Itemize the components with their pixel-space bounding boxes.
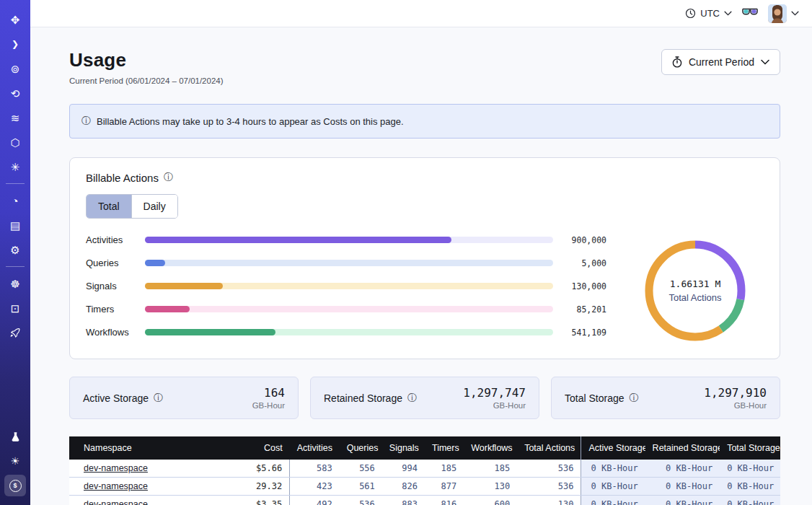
bar-row-timers: Timers 85,201 — [86, 304, 606, 315]
layers-icon[interactable]: ≋ — [4, 107, 26, 128]
active-storage-cell: 0 KB-Hour — [581, 460, 645, 478]
col-signals: Signals — [382, 436, 425, 460]
chevron-down-icon — [724, 11, 732, 16]
bar-label: Timers — [86, 304, 145, 315]
gauge-glyph: ◔ — [12, 196, 18, 206]
deployments-cube-icon[interactable]: ⬡ — [4, 131, 26, 153]
bar-label: Activities — [86, 234, 145, 245]
info-icon[interactable]: ⓘ — [164, 171, 173, 184]
timezone-selector[interactable]: UTC — [685, 8, 732, 19]
billable-actions-info-banner: ⓘ Billable Actions may take up to 3-4 ho… — [69, 104, 780, 139]
timezone-label: UTC — [700, 8, 720, 19]
namespace-link[interactable]: dev-namespace — [84, 463, 148, 473]
schedules-icon[interactable]: ⟲ — [4, 82, 26, 104]
namespace-cell: dev-namespace — [69, 478, 240, 496]
total-actions-value: 1.66131 M — [669, 278, 722, 289]
total-actions-cell: 536 — [517, 460, 581, 478]
retained-storage-cell: 0 KB-Hour — [645, 496, 720, 505]
signals-cell: 883 — [382, 496, 425, 505]
activities-cell: 423 — [290, 478, 340, 496]
sidebar-divider — [6, 266, 25, 267]
col-total-storage: Total Storage — [720, 436, 780, 460]
usage-billing-active-icon[interactable]: $ — [4, 475, 26, 496]
docs-monitor-icon[interactable]: ⊡ — [4, 297, 26, 319]
tab-total[interactable]: Total — [87, 195, 131, 218]
retained-storage-label: Retained Storage — [324, 392, 402, 404]
user-menu[interactable] — [768, 4, 799, 23]
bar-track — [145, 260, 553, 266]
timers-cell: 816 — [425, 496, 464, 505]
timers-cell: 877 — [425, 478, 464, 496]
queries-cell: 536 — [340, 496, 382, 505]
table-row: dev-namespace 29.32 423 561 826 877 130 … — [69, 478, 780, 496]
support-lifebuoy-icon[interactable]: ☸ — [4, 273, 26, 294]
col-active-storage: Active Storage — [581, 436, 645, 460]
avatar-person-icon — [768, 4, 787, 23]
active-storage-card: Active Storage ⓘ 164 GB-Hour — [69, 377, 299, 419]
lab-flask-icon[interactable] — [4, 426, 26, 447]
total-storage-value: 1,297,910 — [704, 386, 767, 400]
info-icon: ⓘ — [81, 115, 91, 128]
storage-unit: GB-Hour — [463, 401, 526, 410]
storage-value-block: 1,297,747 GB-Hour — [463, 386, 526, 410]
rocket-icon[interactable] — [4, 322, 26, 343]
schedules-glyph: ⟲ — [11, 88, 20, 99]
gear-glyph: ⚙ — [10, 245, 19, 255]
nexus-asterisk-icon[interactable]: ✳ — [4, 156, 26, 177]
info-icon[interactable]: ⓘ — [630, 392, 639, 405]
billable-actions-title: Billable Actions — [86, 172, 159, 184]
feedback-glasses-button[interactable] — [742, 7, 758, 20]
chevron-down-icon — [791, 11, 799, 16]
namespace-link[interactable]: dev-namespace — [84, 481, 148, 491]
workflows-cell: 600 — [464, 496, 517, 505]
temporal-logo-icon[interactable]: ✥ — [4, 9, 26, 30]
tab-daily[interactable]: Daily — [131, 195, 177, 218]
expand-sidebar-icon[interactable]: ❯ — [4, 33, 26, 55]
settings-gear-icon[interactable]: ⚙ — [4, 239, 26, 260]
period-dropdown-button[interactable]: Current Period — [661, 49, 780, 75]
storage-unit: GB-Hour — [252, 401, 285, 410]
table-row: dev-namespace $5.66 583 556 994 185 185 … — [69, 460, 780, 478]
card-glyph: ▤ — [10, 220, 20, 231]
sidebar-divider — [6, 183, 25, 184]
table-row: dev-namespace $3.35 492 536 883 816 600 … — [69, 496, 780, 505]
col-workflows: Workflows — [464, 436, 517, 460]
storage-summary-row: Active Storage ⓘ 164 GB-Hour Retained St… — [69, 377, 780, 419]
bar-label: Workflows — [86, 327, 145, 338]
billable-actions-chart: Activities 900,000 Queries 5,000 Signals — [86, 234, 764, 347]
col-cost: Cost — [240, 436, 290, 460]
col-namespace: Namespace — [69, 436, 240, 460]
queries-cell: 561 — [340, 478, 382, 496]
dollar-symbol: $ — [13, 483, 17, 489]
period-button-label: Current Period — [689, 56, 754, 68]
bar-value: 5,000 — [553, 258, 606, 268]
storage-unit: GB-Hour — [704, 401, 767, 410]
total-storage-cell: 0 KB-Hour — [720, 460, 780, 478]
namespace-link[interactable]: dev-namespace — [84, 499, 148, 505]
theme-sun-icon[interactable]: ☀ — [4, 450, 26, 472]
retained-storage-cell: 0 KB-Hour — [645, 460, 720, 478]
info-icon[interactable]: ⓘ — [407, 392, 417, 405]
page-header: Usage Current Period (06/01/2024 – 07/01… — [69, 49, 780, 85]
col-timers: Timers — [425, 436, 464, 460]
bar-track — [145, 237, 553, 243]
layers-glyph: ≋ — [11, 113, 20, 123]
donut-center: 1.66131 M Total Actions — [669, 278, 722, 303]
flask-glyph — [10, 431, 21, 442]
namespaces-glyph: ⊚ — [11, 63, 20, 74]
dollar-coin-icon: $ — [9, 480, 22, 492]
storage-value-block: 164 GB-Hour — [252, 386, 285, 410]
billing-card-icon[interactable]: ▤ — [4, 214, 26, 236]
bar-track — [145, 306, 553, 312]
cost-cell: $5.66 — [240, 460, 290, 478]
rocket-glyph — [9, 327, 21, 338]
total-daily-tabs: Total Daily — [86, 194, 178, 219]
usage-gauge-icon[interactable]: ◔ — [4, 190, 26, 211]
signals-cell: 994 — [382, 460, 425, 478]
bar-row-signals: Signals 130,000 — [86, 281, 606, 291]
info-icon[interactable]: ⓘ — [154, 392, 163, 405]
namespaces-icon[interactable]: ⊚ — [4, 58, 26, 79]
storage-label-row: Total Storage ⓘ — [565, 392, 639, 405]
monitor-glyph: ⊡ — [11, 303, 20, 314]
retained-storage-cell: 0 KB-Hour — [645, 478, 720, 496]
